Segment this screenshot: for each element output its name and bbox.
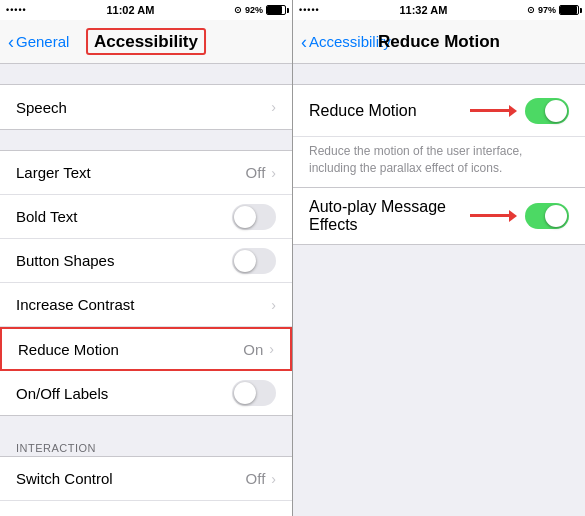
label-speech: Speech [16,99,269,116]
time-right: 11:32 AM [399,4,447,16]
value-reduce-motion: On [243,341,263,358]
label-bold-text: Bold Text [16,208,232,225]
wifi-icon-right: ⊙ [527,5,535,15]
label-reduce-motion-right: Reduce Motion [309,102,470,120]
arrow-autoplay [470,210,517,222]
toggle-autoplay-effects[interactable] [525,203,569,229]
toggle-bold-text[interactable] [232,204,276,230]
nav-title-text-right: Reduce Motion [378,32,500,51]
battery-percent-right: 97% [538,5,556,15]
item-larger-text[interactable]: Larger Text Off › [0,151,292,195]
signal-dots: ••••• [6,5,27,15]
toggle-reduce-motion-right[interactable] [525,98,569,124]
arrow-line-1 [470,109,510,112]
toggle-knob-bold [234,206,256,228]
item-button-shapes[interactable]: Button Shapes [0,239,292,283]
battery-fill-right [560,6,577,14]
item-speech[interactable]: Speech › [0,85,292,129]
arrow-line-2 [470,214,510,217]
item-reduce-motion-right[interactable]: Reduce Motion [293,85,585,137]
time-left: 11:02 AM [106,4,154,16]
chevron-larger-text: › [271,165,276,181]
status-bar-left: ••••• 11:02 AM ⊙ 92% [0,0,292,20]
nav-bar-left: ‹ General Accessibility [0,20,292,64]
item-bold-text[interactable]: Bold Text [0,195,292,239]
status-right-left: ⊙ 92% [234,5,286,15]
battery-percent: 92% [245,5,263,15]
label-increase-contrast: Increase Contrast [16,296,269,313]
toggle-knob-onoff [234,382,256,404]
toggle-knob-button-shapes [234,250,256,272]
item-reduce-motion[interactable]: Reduce Motion On › [0,327,292,371]
toggle-button-shapes[interactable] [232,248,276,274]
label-autoplay-effects: Auto-play Message Effects [309,198,470,234]
arrow-head-1 [509,105,517,117]
signal-dots-right: ••••• [299,5,320,15]
group-speech: Speech › [0,84,292,130]
left-panel: ••••• 11:02 AM ⊙ 92% ‹ General Accessibi… [0,0,292,516]
group-reduce-motion: Reduce Motion Reduce the motion of the u… [293,84,585,245]
chevron-speech: › [271,99,276,115]
nav-title-text-left: Accessibility [86,28,206,55]
status-left: ••••• [6,5,27,15]
right-panel: ••••• 11:32 AM ⊙ 97% ‹ Accessibility Red… [292,0,585,516]
status-right-right: ⊙ 97% [527,5,579,15]
group-vision: Larger Text Off › Bold Text Button Shape… [0,150,292,416]
value-larger-text: Off [246,164,266,181]
settings-list-left: Speech › Larger Text Off › Bold Text But… [0,64,292,516]
item-autoplay-effects[interactable]: Auto-play Message Effects [293,188,585,244]
label-switch-control: Switch Control [16,470,246,487]
back-button-left[interactable]: ‹ General [8,33,69,51]
group-interaction: Switch Control Off › AssistiveTouch Off … [0,456,292,516]
status-left-right: ••••• [299,5,320,15]
toggle-knob-autoplay [545,205,567,227]
label-reduce-motion: Reduce Motion [18,341,243,358]
toggle-knob-reduce-motion [545,100,567,122]
nav-title-right: Reduce Motion [378,32,500,52]
chevron-reduce-motion: › [269,341,274,357]
arrow-reduce-motion [470,105,517,117]
toggle-onoff-labels[interactable] [232,380,276,406]
chevron-switch-control: › [271,471,276,487]
section-header-interaction: INTERACTION [0,436,292,456]
description-reduce-motion: Reduce the motion of the user interface,… [293,137,585,188]
back-chevron-left: ‹ [8,33,14,51]
nav-title-left: Accessibility [86,32,206,52]
status-bar-right: ••••• 11:32 AM ⊙ 97% [293,0,585,20]
battery-icon [266,5,286,15]
item-assistivetouch[interactable]: AssistiveTouch Off › [0,501,292,516]
wifi-icon: ⊙ [234,5,242,15]
label-button-shapes: Button Shapes [16,252,232,269]
battery-fill [267,6,282,14]
back-label-left[interactable]: General [16,33,69,50]
arrow-head-2 [509,210,517,222]
back-chevron-right: ‹ [301,33,307,51]
item-onoff-labels[interactable]: On/Off Labels [0,371,292,415]
label-larger-text: Larger Text [16,164,246,181]
value-switch-control: Off [246,470,266,487]
right-content: Reduce Motion Reduce the motion of the u… [293,64,585,516]
nav-bar-right: ‹ Accessibility Reduce Motion [293,20,585,64]
chevron-increase-contrast: › [271,297,276,313]
battery-icon-right [559,5,579,15]
item-switch-control[interactable]: Switch Control Off › [0,457,292,501]
item-increase-contrast[interactable]: Increase Contrast › [0,283,292,327]
label-onoff-labels: On/Off Labels [16,385,232,402]
